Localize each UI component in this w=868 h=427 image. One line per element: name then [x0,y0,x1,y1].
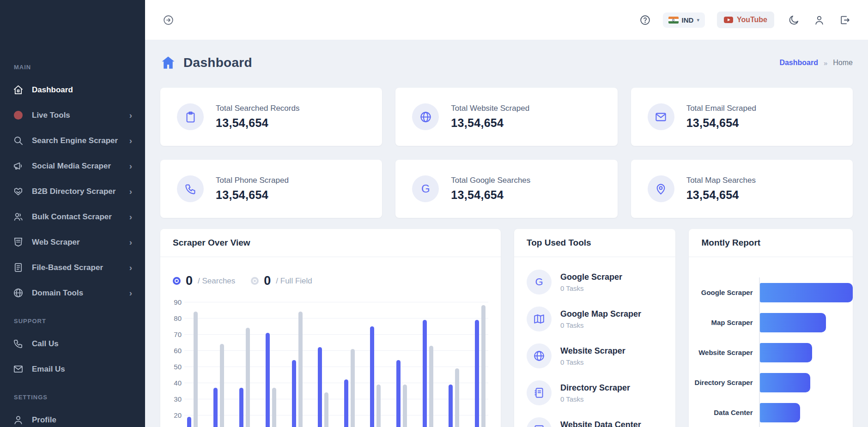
legend-item--full-field[interactable]: 0/ Full Field [251,274,312,288]
tool-row-website-scraper[interactable]: Website Scraper0 Tasks [527,337,663,374]
chevron-right-icon: › [129,111,132,120]
y-axis-tick: 20 [174,411,182,419]
legend-label: / Searches [198,277,235,286]
sidebar-toggle-icon[interactable] [163,14,174,26]
sidebar-item-b2b-directory-scraper[interactable]: B2B Directory Scraper› [0,179,145,204]
home-icon [160,55,176,71]
overview-plot-area [184,302,488,427]
breadcrumb-current[interactable]: Dashboard [779,59,818,67]
bar-group [475,305,486,427]
report-bar-area [759,367,853,397]
stat-label: Total Email Scraped [686,104,756,113]
india-flag-icon [668,17,679,24]
sidebar-item-label: Domain Tools [32,289,121,298]
breadcrumb-separator: » [824,59,827,67]
bar-group [292,312,303,427]
sidebar-item-social-media-scraper[interactable]: Social Media Scraper› [0,153,145,179]
tool-row-google-scraper[interactable]: GGoogle Scraper0 Tasks [527,264,663,301]
y-axis-tick: 60 [174,347,182,355]
bar-groups [187,302,486,427]
legend-item--searches[interactable]: 0/ Searches [173,274,235,288]
report-bar [760,373,810,392]
users-icon [13,211,24,222]
tool-row-directory-scraper[interactable]: Directory Scraper0 Tasks [527,374,663,411]
youtube-button[interactable]: YouTube [717,12,774,28]
stat-card-total-searched-records: Total Searched Records13,54,654 [160,88,382,146]
stat-value: 13,54,654 [216,188,289,202]
report-bar-area [759,337,853,367]
stat-label: Total Map Searches [686,176,756,185]
monthly-report-chart: Google ScraperMap ScraperWebsite Scraper… [689,277,853,427]
youtube-label: YouTube [737,16,767,24]
sidebar-item-web-scraper[interactable]: Web Scraper› [0,229,145,255]
page-title: Dashboard [183,55,252,70]
report-bar-area [759,277,853,307]
dark-mode-moon-icon[interactable] [788,14,800,26]
tool-name: Website Data Center [560,420,641,427]
mail-icon [648,103,674,130]
chevron-right-icon: › [129,212,132,221]
bar-searches [266,333,270,427]
sidebar-item-live-tools[interactable]: Live Tools› [0,102,145,128]
bar-searches [292,360,296,427]
tool-row-google-map-scraper[interactable]: Google Map Scraper0 Tasks [527,301,663,337]
bar-full-field [246,328,250,427]
stat-value: 13,54,654 [686,188,756,202]
tool-row-website-data-center[interactable]: Website Data Center0 Tasks [527,411,663,427]
bar-searches [475,320,479,427]
sidebar-item-file-based-scraper[interactable]: File-Based Scraper› [0,255,145,280]
page-content: Dashboard Dashboard » Home Total Searche… [145,40,868,427]
user-account-icon[interactable] [813,14,825,26]
help-icon[interactable] [639,14,651,26]
clipboard-icon [177,103,204,130]
sidebar-item-dashboard[interactable]: Dashboard [0,77,145,102]
breadcrumb-home-link[interactable]: Home [833,59,853,67]
legend-value: 0 [186,274,193,288]
map-icon [527,307,552,331]
bar-group [187,312,198,427]
bar-group [396,360,407,427]
file-icon [13,262,24,273]
bar-full-field [455,368,459,427]
bar-searches [187,417,191,427]
tools-card-title: Top Used Tools [527,238,591,247]
sidebar-item-label: Web Scraper [32,238,121,247]
sidebar-item-profile[interactable]: Profile [0,407,145,427]
stat-value: 13,54,654 [216,116,299,130]
datacenter-icon [527,417,552,427]
language-code: IND [682,16,694,24]
sidebar-nav: MAINDashboardLive Tools›Search Engine Sc… [0,64,145,427]
bar-group [213,344,224,427]
y-axis-tick: 50 [174,363,182,371]
tool-task-count: 0 Tasks [560,358,625,366]
sidebar-item-call-us[interactable]: Call Us [0,331,145,356]
tools-list: GGoogle Scraper0 TasksGoogle Map Scraper… [514,257,676,427]
main-area: IND ▾ YouTube Dashboard Dashboard » Home [145,0,868,427]
sidebar-item-domain-tools[interactable]: Domain Tools› [0,280,145,306]
bar-full-field [403,385,407,427]
report-row-website-scraper: Website Scraper [689,337,853,367]
sidebar-item-bulk-contact-scraper[interactable]: Bulk Contact Scraper› [0,204,145,229]
sidebar-section-settings: SETTINGSProfile [0,394,145,427]
language-selector[interactable]: IND ▾ [663,12,705,28]
stat-card-total-google-searches: GTotal Google Searches13,54,654 [395,160,617,218]
tool-task-count: 0 Tasks [560,321,641,329]
legend-value: 0 [264,274,271,288]
stat-card-total-website-scraped: Total Website Scraped13,54,654 [395,88,617,146]
sidebar-item-search-engine-scraper[interactable]: Search Engine Scraper› [0,128,145,153]
home-icon [13,84,24,95]
tool-task-count: 0 Tasks [560,395,630,403]
report-row-directory-scraper: Directory Scraper [689,367,853,397]
bar-searches [449,385,453,427]
sidebar-item-label: Profile [32,415,132,425]
map-pin-icon [648,175,674,202]
sidebar-item-email-us[interactable]: Email Us [0,356,145,382]
report-row-google-scraper: Google Scraper [689,277,853,307]
y-axis-tick: 90 [174,298,182,306]
topbar: IND ▾ YouTube [145,0,868,40]
logout-icon[interactable] [839,14,850,26]
globe-icon [527,343,552,368]
sidebar-section-main: MAINDashboardLive Tools›Search Engine Sc… [0,64,145,306]
y-axis-tick: 80 [174,314,182,322]
stat-value: 13,54,654 [686,116,756,130]
